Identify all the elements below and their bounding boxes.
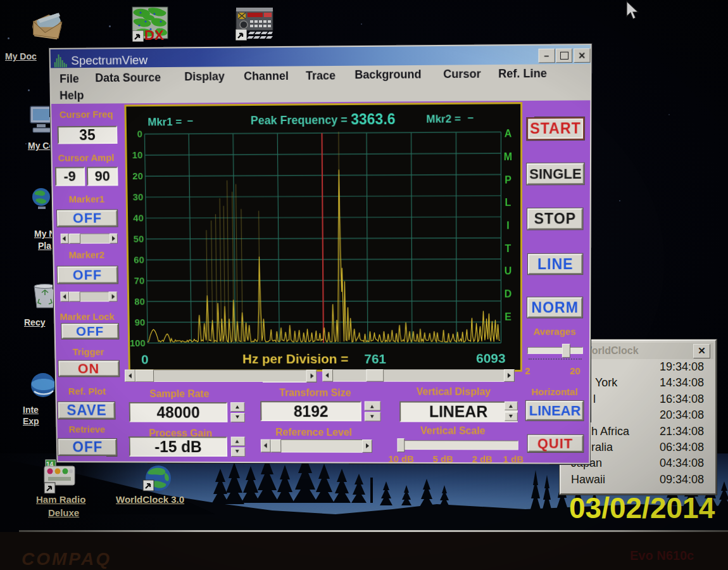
svg-text:60: 60 [134, 254, 144, 265]
svg-text:761: 761 [364, 351, 386, 365]
svg-text:Mkr2 =: Mkr2 = [426, 113, 461, 125]
svg-text:Peak Frequency =: Peak Frequency = [251, 113, 348, 127]
svg-text:A: A [505, 128, 512, 139]
svg-text:L: L [505, 197, 511, 208]
svg-text:0: 0 [137, 128, 142, 139]
svg-text:20: 20 [132, 170, 143, 181]
svg-text:D: D [505, 288, 512, 299]
svg-text:Mkr1 =: Mkr1 = [147, 115, 182, 128]
svg-text:90: 90 [135, 317, 146, 327]
svg-text:DX: DX [144, 27, 164, 42]
svg-text:M: M [504, 151, 512, 162]
svg-text:–: – [468, 111, 474, 124]
svg-text:U: U [505, 265, 512, 276]
svg-text:70: 70 [134, 275, 145, 286]
svg-text:40: 40 [133, 212, 144, 223]
svg-text:80: 80 [134, 296, 145, 307]
svg-text:100: 100 [130, 338, 146, 348]
svg-text:T: T [505, 243, 511, 253]
svg-text:0: 0 [141, 352, 149, 366]
svg-text:I: I [506, 220, 509, 231]
svg-text:3363.6: 3363.6 [351, 110, 395, 127]
svg-text:50: 50 [134, 233, 144, 244]
svg-text:10: 10 [132, 149, 143, 160]
svg-text:30: 30 [133, 191, 144, 202]
svg-text:Hz per Division =: Hz per Division = [242, 351, 349, 365]
svg-text:–: – [187, 114, 194, 126]
svg-text:6093: 6093 [476, 350, 506, 365]
svg-text:E: E [505, 311, 511, 322]
svg-text:P: P [505, 174, 511, 185]
